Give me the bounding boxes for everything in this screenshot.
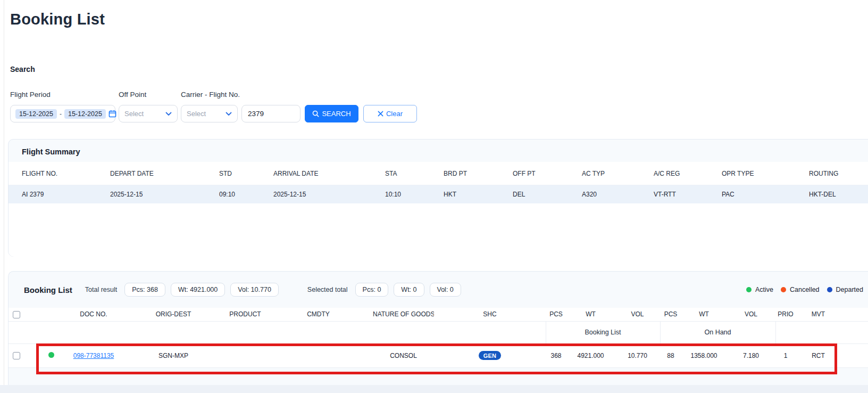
flight-period-label: Flight Period [10, 91, 51, 99]
filler-cell [841, 343, 868, 367]
group-header-row: Booking List On Hand [9, 321, 868, 343]
booking-list-header-bar: Booking List Total result Pcs: 368 Wt: 4… [9, 272, 868, 308]
depart-date-cell: 2025-12-15 [97, 185, 206, 204]
active-status-dot-icon [746, 287, 752, 292]
search-button[interactable]: SEARCH [305, 105, 358, 122]
off-point-label: Off Point [119, 91, 146, 99]
col-routing: ROUTING [796, 162, 868, 185]
col-off-pt: OFF PT [499, 162, 569, 185]
flight-no-input[interactable]: 2379 [241, 105, 301, 122]
departed-status-dot-icon [827, 287, 832, 292]
row-checkbox[interactable] [13, 352, 20, 359]
col-std: STD [206, 162, 260, 185]
booking-row: 098-77381135 SGN-MXP CONSOL GEN 368 4921… [9, 343, 868, 367]
date-range-separator: - [60, 110, 62, 118]
std-cell: 09:10 [206, 185, 260, 204]
col-bl-wt: WT [566, 308, 615, 321]
status-legend: Active Cancelled Departed [743, 286, 863, 293]
col-brd-pt: BRD PT [430, 162, 499, 185]
sta-cell: 10:10 [372, 185, 430, 204]
oh-wt-cell: 1358.000 [681, 343, 727, 367]
clear-button-label: Clear [386, 110, 403, 118]
x-icon [378, 111, 383, 117]
shc-gen-badge: GEN [479, 351, 502, 360]
col-shc: SHC [434, 308, 546, 321]
booking-list-panel: Booking List Total result Pcs: 368 Wt: 4… [8, 271, 868, 393]
col-cmdty: CMDTY [264, 308, 373, 321]
nature-of-goods-cell: CONSOL [373, 343, 434, 367]
col-doc-no: DOC NO. [67, 308, 120, 321]
window-edge-divider [4, 0, 4, 393]
flight-no-value: 2379 [248, 110, 264, 118]
col-oh-wt: WT [681, 308, 727, 321]
booking-list-table: Booking List On Hand DOC NO. ORIG-DEST P… [9, 308, 868, 368]
active-status-dot-icon [48, 352, 54, 358]
col-ac-typ: AC TYP [569, 162, 640, 185]
group-spacer-left [9, 321, 546, 343]
oh-vol-cell: 7.180 [727, 343, 775, 367]
col-mvt: MVT [796, 308, 841, 321]
legend-active-label: Active [755, 286, 773, 293]
group-header-on-hand: On Hand [660, 321, 775, 343]
page-title: Booking List [10, 11, 105, 28]
total-pcs-pill: Pcs: 368 [124, 283, 165, 297]
chevron-down-icon [165, 112, 172, 116]
legend-cancelled-label: Cancelled [790, 286, 820, 293]
calendar-icon[interactable] [108, 110, 116, 118]
legend-active: Active [746, 286, 773, 293]
booking-columns-header-row: DOC NO. ORIG-DEST PRODUCT CMDTY NATURE O… [9, 308, 868, 321]
legend-departed-label: Departed [836, 286, 863, 293]
brd-pt-cell: HKT [430, 185, 499, 204]
col-product: PRODUCT [227, 308, 264, 321]
ac-reg-cell: VT-RTT [640, 185, 708, 204]
bottom-scroll-band[interactable] [0, 385, 868, 393]
date-to-value[interactable]: 15-12-2025 [64, 109, 106, 119]
col-nature-of-goods: NATURE OF GOODS [373, 308, 434, 321]
clear-button[interactable]: Clear [363, 105, 417, 122]
legend-departed: Departed [827, 286, 863, 293]
product-cell [227, 343, 264, 367]
booking-list-title: Booking List [24, 285, 72, 294]
orig-dest-cell: SGN-MXP [120, 343, 227, 367]
cmdty-cell [264, 343, 373, 367]
col-depart-date: DEPART DATE [97, 162, 206, 185]
status-column-header [35, 308, 67, 321]
chevron-down-icon [226, 112, 232, 116]
total-wt-pill: Wt: 4921.000 [171, 283, 225, 297]
flight-summary-row[interactable]: AI 2379 2025-12-15 09:10 2025-12-15 10:1… [9, 185, 868, 204]
carrier-flight-no-label: Carrier - Flight No. [181, 91, 240, 99]
selected-wt-pill: Wt: 0 [394, 283, 424, 297]
col-flight-no: FLIGHT NO. [9, 162, 97, 185]
cancelled-status-dot-icon [781, 287, 786, 292]
off-point-select[interactable]: Select [119, 105, 178, 122]
flight-summary-table: FLIGHT NO. DEPART DATE STD ARRIVAL DATE … [9, 162, 868, 204]
prio-cell: 1 [775, 343, 796, 367]
col-oh-pcs: PCS [660, 308, 681, 321]
opr-type-cell: PAC [708, 185, 796, 204]
carrier-placeholder: Select [187, 110, 206, 118]
total-vol-pill: Vol: 10.770 [230, 283, 279, 297]
off-pt-cell: DEL [499, 185, 569, 204]
search-icon [312, 110, 319, 117]
col-prio: PRIO [775, 308, 796, 321]
search-section-title: Search [10, 65, 35, 73]
col-ac-reg: A/C REG [640, 162, 708, 185]
flight-period-date-range-input[interactable]: 15-12-2025 - 15-12-2025 [10, 105, 115, 122]
flight-summary-empty-area [9, 203, 868, 257]
selected-pcs-pill: Pcs: 0 [355, 283, 389, 297]
select-all-checkbox[interactable] [13, 311, 20, 318]
mvt-cell: RCT [796, 343, 841, 367]
selected-vol-pill: Vol: 0 [430, 283, 461, 297]
col-filler [841, 308, 868, 321]
bl-pcs-cell: 368 [546, 343, 566, 367]
legend-cancelled: Cancelled [781, 286, 820, 293]
flight-no-cell: AI 2379 [9, 185, 97, 204]
carrier-select[interactable]: Select [181, 105, 238, 122]
doc-no-link[interactable]: 098-77381135 [73, 352, 114, 359]
flight-summary-title: Flight Summary [9, 140, 868, 156]
group-header-booking-list: Booking List [546, 321, 660, 343]
date-from-value[interactable]: 15-12-2025 [15, 109, 57, 119]
flight-summary-header-row: FLIGHT NO. DEPART DATE STD ARRIVAL DATE … [9, 162, 868, 185]
col-opr-type: OPR TYPE [708, 162, 796, 185]
doc-no-cell: 098-77381135 [67, 343, 120, 367]
